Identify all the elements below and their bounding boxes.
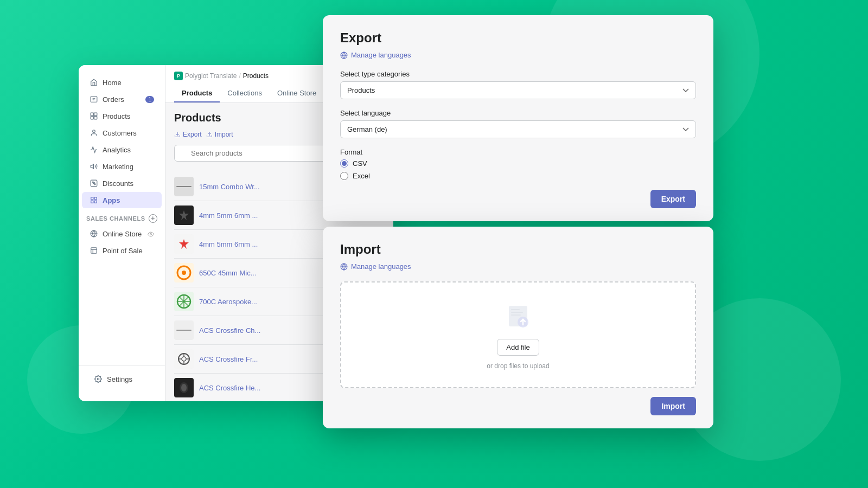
tab-online-store[interactable]: Online Store (270, 85, 324, 102)
settings-label: Settings (107, 375, 132, 383)
product-thumb (174, 234, 194, 254)
sidebar-item-marketing[interactable]: Marketing (82, 158, 162, 175)
product-name[interactable]: ACS Crossfire Fr... (199, 355, 258, 363)
sidebar: Home Orders 1 Products Customers (79, 65, 165, 401)
format-csv-label: CSV (353, 159, 367, 168)
svg-point-9 (92, 182, 93, 183)
svg-rect-15 (91, 201, 93, 203)
sidebar-item-apps-label: Apps (103, 196, 120, 204)
svg-marker-25 (179, 210, 189, 220)
product-name[interactable]: 650C 45mm Mic... (199, 269, 256, 277)
export-panel: Export Manage languages Select type cate… (323, 15, 713, 221)
sidebar-item-online-store-label: Online Store (103, 230, 142, 238)
sidebar-item-home[interactable]: Home (82, 74, 162, 91)
export-panel-footer: Export (340, 190, 696, 208)
format-section: Format CSV Excel (340, 148, 696, 180)
svg-point-42 (181, 384, 187, 391)
breadcrumb-app: Polyglot Translate (185, 72, 237, 80)
svg-marker-8 (91, 164, 93, 169)
add-channel-button[interactable]: + (149, 214, 157, 223)
svg-rect-50 (511, 314, 521, 316)
drop-zone[interactable]: Add file or drop files to upload (340, 281, 696, 388)
svg-rect-34 (176, 330, 192, 331)
svg-rect-13 (91, 197, 93, 200)
home-icon (90, 78, 98, 87)
sidebar-item-apps[interactable]: Apps (82, 192, 162, 208)
product-name[interactable]: 4mm 5mm 6mm ... (199, 211, 258, 220)
pos-icon (90, 246, 98, 255)
sidebar-nav: Home Orders 1 Products Customers (79, 74, 165, 365)
sidebar-item-pos-label: Point of Sale (103, 247, 143, 255)
sidebar-item-online-store[interactable]: Online Store (82, 226, 162, 242)
export-button[interactable]: Export (650, 190, 696, 208)
format-excel-radio[interactable] (340, 172, 348, 180)
import-action[interactable]: Import (206, 131, 233, 138)
product-thumb (174, 177, 194, 196)
language-section: Select language German (de) English (en)… (340, 109, 696, 138)
product-thumb (174, 263, 194, 282)
sidebar-item-orders[interactable]: Orders 1 (82, 91, 162, 107)
products-icon (90, 112, 98, 120)
svg-rect-5 (91, 117, 93, 119)
sidebar-item-discounts-label: Discounts (103, 179, 133, 188)
sidebar-item-pos[interactable]: Point of Sale (82, 242, 162, 259)
sidebar-item-customers-label: Customers (103, 129, 137, 137)
language-label: Select language (340, 109, 696, 117)
eye-icon (148, 230, 154, 238)
language-select[interactable]: German (de) English (en) French (fr) (340, 120, 696, 138)
sidebar-item-products[interactable]: Products (82, 108, 162, 124)
format-excel-label: Excel (353, 172, 370, 180)
orders-icon (90, 95, 98, 104)
sidebar-item-customers[interactable]: Customers (82, 125, 162, 141)
svg-point-28 (182, 271, 186, 275)
sidebar-item-settings[interactable]: Settings (86, 371, 157, 387)
breadcrumb-current: Products (243, 72, 269, 80)
customers-icon (90, 129, 98, 137)
export-panel-title: Export (340, 30, 696, 46)
svg-rect-14 (94, 197, 97, 200)
sidebar-item-home-label: Home (103, 79, 122, 87)
svg-point-7 (93, 130, 95, 133)
svg-point-21 (97, 378, 99, 380)
sidebar-item-analytics[interactable]: Analytics (82, 142, 162, 158)
upload-icon (502, 300, 534, 332)
marketing-icon (90, 162, 98, 171)
svg-rect-24 (176, 186, 192, 187)
format-csv-radio[interactable] (340, 159, 348, 168)
product-thumb (174, 320, 194, 340)
drop-text: or drop files to upload (487, 362, 549, 370)
export-action[interactable]: Export (174, 131, 202, 138)
sidebar-item-marketing-label: Marketing (103, 163, 133, 171)
format-radio-group: CSV Excel (340, 159, 696, 180)
product-thumb (174, 206, 194, 225)
sidebar-item-orders-label: Orders (103, 95, 124, 104)
import-button[interactable]: Import (650, 397, 696, 415)
svg-rect-0 (91, 97, 97, 102)
sales-channels-title: SALES CHANNELS + (79, 209, 165, 225)
type-label: Select type categories (340, 70, 696, 78)
tab-products[interactable]: Products (174, 85, 220, 102)
add-file-button[interactable]: Add file (497, 339, 539, 356)
product-thumb (174, 349, 194, 369)
tab-collections[interactable]: Collections (220, 85, 270, 102)
svg-rect-49 (511, 312, 523, 313)
product-name[interactable]: 700C Aerospoke... (199, 298, 257, 306)
format-csv-option[interactable]: CSV (340, 159, 696, 168)
product-name[interactable]: ACS Crossfire He... (199, 384, 260, 392)
import-panel-footer: Import (340, 397, 696, 415)
type-select[interactable]: Products Collections Pages Blog posts (340, 81, 696, 99)
product-name[interactable]: 4mm 5mm 6mm ... (199, 240, 258, 248)
analytics-icon (90, 145, 98, 154)
product-name[interactable]: 15mm Combo Wr... (199, 183, 260, 191)
apps-icon (90, 196, 98, 204)
import-manage-languages-link[interactable]: Manage languages (340, 262, 696, 271)
format-excel-option[interactable]: Excel (340, 172, 696, 180)
svg-point-36 (182, 357, 186, 361)
manage-languages-link[interactable]: Manage languages (340, 51, 696, 59)
format-label: Format (340, 148, 696, 156)
type-section: Select type categories Products Collecti… (340, 70, 696, 99)
svg-rect-48 (511, 309, 520, 310)
product-thumb (174, 292, 194, 311)
product-name[interactable]: ACS Crossfire Ch... (199, 326, 260, 335)
sidebar-item-discounts[interactable]: Discounts (82, 175, 162, 191)
